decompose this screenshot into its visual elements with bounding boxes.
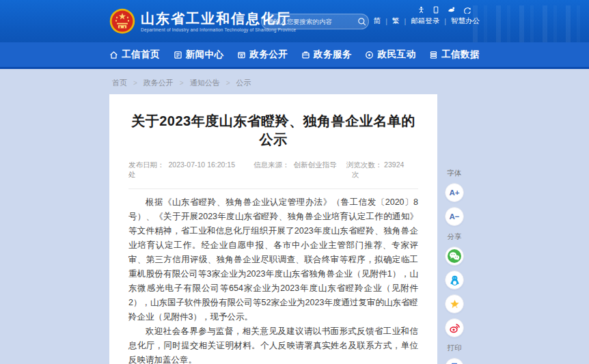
side-toolbar: 字体 A+ A− 分享 — [443, 163, 465, 364]
print-icon[interactable] — [445, 358, 464, 364]
qzone-share-icon[interactable] — [445, 294, 464, 313]
views-count: 23924 — [384, 160, 404, 169]
page-title: 关于2023年度山东省瞪羚、独角兽企业名单的公示 — [128, 112, 418, 149]
target-icon — [365, 51, 374, 59]
nav-item-gov-services[interactable]: 政务服务 — [301, 48, 352, 61]
paragraph: 欢迎社会各界参与监督，相关意见及建议请以书面形式反馈省工业和信息化厅，同时提交相… — [128, 324, 418, 364]
article-card: 关于2023年度山东省瞪羚、独角兽企业名单的公示 发布日期：2023-07-10… — [109, 94, 437, 364]
header-quick-links: 简 | 繁 | 邮箱登录 | 智慧办公 — [374, 16, 480, 26]
nav-item-gov-disclosure[interactable]: 政务公开 — [237, 48, 288, 61]
search-input[interactable] — [267, 18, 357, 25]
nav-item-interaction[interactable]: 政民互动 — [365, 48, 415, 61]
paragraph: 根据《山东省瞪羚、独角兽企业认定管理办法》（鲁工信发〔2020〕8号）、《关于开… — [128, 195, 418, 324]
weibo-share-icon[interactable] — [445, 318, 464, 337]
site-header: 山东省工业和信息化厅 Department of Industry and In… — [0, 0, 589, 42]
separator: | — [405, 17, 407, 25]
views-label: 浏览次数： — [346, 160, 383, 169]
sign-language-icon[interactable] — [447, 6, 456, 14]
national-emblem-icon — [109, 8, 135, 34]
lang-traditional-link[interactable]: 繁 — [392, 16, 400, 26]
nav-label: 政务服务 — [314, 48, 352, 61]
font-size-label: 字体 — [443, 169, 465, 178]
smart-service-icon[interactable] — [463, 6, 471, 14]
nav-item-news[interactable]: 新闻中心 — [174, 48, 224, 61]
qq-share-icon[interactable] — [445, 270, 464, 290]
print-label: 打印 — [443, 344, 465, 353]
smart-office-link[interactable]: 智慧办公 — [451, 16, 480, 26]
document-icon — [237, 51, 246, 59]
wechat-share-icon[interactable] — [445, 247, 464, 266]
views-unit: 次 — [352, 170, 359, 178]
lang-simplified-link[interactable]: 简 — [374, 16, 381, 26]
breadcrumb-home[interactable]: 首页 — [112, 78, 127, 88]
search-icon[interactable] — [357, 17, 366, 26]
nav-label: 工信数据 — [441, 48, 480, 61]
accessibility-icon[interactable] — [417, 6, 425, 14]
source-label: 信息来源： — [254, 160, 290, 169]
chevron-right-icon: > — [133, 79, 137, 87]
article-meta: 发布日期：2023-07-10 16:20:15 信息来源：创新创业指导处 浏览… — [128, 160, 418, 189]
share-label: 分享 — [443, 232, 465, 242]
database-icon — [429, 51, 438, 59]
mail-login-link[interactable]: 邮箱登录 — [411, 16, 439, 26]
nav-label: 政民互动 — [377, 48, 415, 61]
separator: | — [385, 17, 387, 25]
nav-label: 政务公开 — [249, 48, 288, 61]
primary-nav: 工信首页 新闻中心 政务公开 政务服务 政民互动 工信数据 — [0, 42, 589, 69]
font-increase-button[interactable]: A+ — [445, 183, 464, 202]
nav-item-home[interactable]: 工信首页 — [109, 48, 160, 61]
breadcrumb-gov-disclosure[interactable]: 政务公开 — [143, 78, 174, 88]
breadcrumb-notices[interactable]: 通知公告 — [190, 78, 220, 88]
mobile-version-icon[interactable] — [433, 6, 439, 14]
nav-label: 工信首页 — [122, 48, 160, 61]
news-icon — [174, 51, 182, 59]
publish-date-label: 发布日期： — [128, 160, 165, 169]
home-icon — [109, 51, 118, 59]
breadcrumb-current: 公示 — [236, 78, 251, 88]
breadcrumb: 首页 > 政务公开 > 通知公告 > 公示 — [109, 69, 480, 94]
font-decrease-button[interactable]: A− — [445, 207, 464, 226]
chevron-right-icon: > — [226, 79, 230, 87]
publish-date-value: 2023-07-10 16:20:15 — [169, 160, 236, 169]
nav-label: 新闻中心 — [186, 48, 224, 61]
nav-item-data[interactable]: 工信数据 — [429, 48, 480, 61]
chevron-right-icon: > — [180, 79, 184, 87]
search-box[interactable] — [261, 14, 369, 29]
briefcase-icon — [301, 51, 310, 59]
separator: | — [444, 17, 446, 25]
header-building-silhouette — [473, 5, 589, 42]
